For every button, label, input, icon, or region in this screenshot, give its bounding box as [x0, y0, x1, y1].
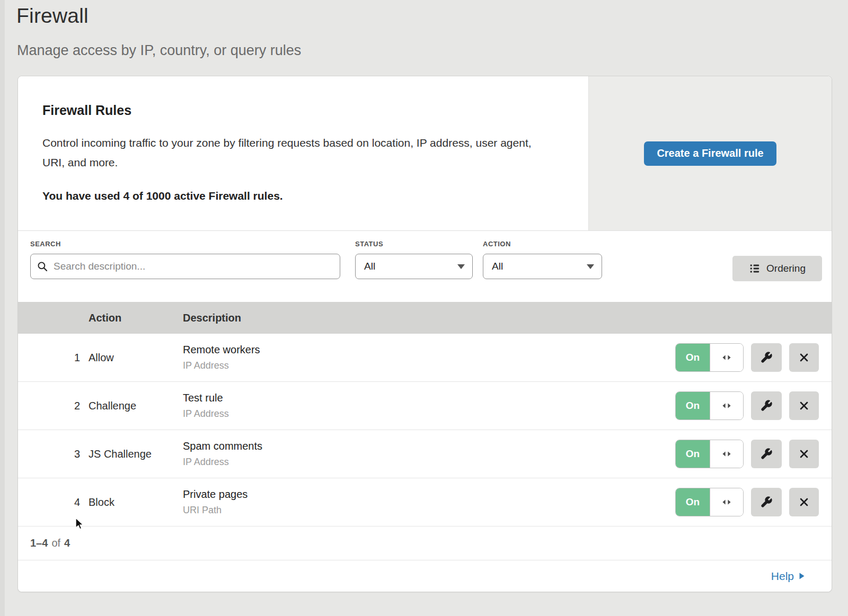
rule-match-type: URI Path — [183, 505, 675, 516]
delete-rule-button[interactable] — [789, 391, 819, 420]
action-column-header: Action — [89, 312, 183, 324]
edit-rule-button[interactable] — [751, 343, 782, 372]
create-firewall-rule-button[interactable]: Create a Firewall rule — [644, 141, 776, 166]
ordered-list-icon — [749, 263, 761, 274]
rule-priority: 3 — [18, 448, 89, 460]
close-icon — [798, 496, 810, 508]
left-right-arrows-icon — [721, 353, 732, 362]
wrench-icon — [760, 496, 773, 508]
arrow-right-icon — [799, 572, 805, 580]
search-box[interactable] — [30, 254, 340, 279]
rule-priority: 2 — [18, 400, 89, 412]
delete-rule-button[interactable] — [789, 488, 819, 516]
rule-description: Remote workers — [183, 344, 675, 356]
close-icon — [798, 400, 810, 412]
rule-description: Test rule — [183, 392, 675, 404]
toggle-on-button[interactable]: On — [676, 392, 710, 419]
edit-rule-button[interactable] — [751, 440, 782, 468]
rule-priority: 1 — [18, 352, 89, 364]
rule-controls: On — [675, 391, 832, 420]
action-select[interactable]: All — [483, 254, 602, 279]
rule-toggle: On — [675, 391, 744, 420]
status-label: STATUS — [355, 240, 383, 248]
pagination-of: of — [51, 537, 60, 549]
action-label: ACTION — [483, 240, 511, 248]
rules-description: Control incoming traffic to your zone by… — [42, 133, 549, 172]
reorder-handle[interactable] — [710, 344, 743, 371]
left-right-arrows-icon — [721, 497, 732, 507]
reorder-handle[interactable] — [710, 392, 743, 419]
edit-rule-button[interactable] — [751, 488, 782, 516]
delete-rule-button[interactable] — [789, 343, 819, 372]
table-header: Action Description — [18, 302, 832, 334]
toggle-on-button[interactable]: On — [676, 440, 710, 468]
rule-priority: 4 — [18, 496, 89, 508]
rule-toggle: On — [675, 440, 744, 468]
description-column-header: Description — [183, 312, 241, 324]
rule-controls: On — [675, 440, 832, 468]
table-row: 3 JS Challenge Spam comments IP Address … — [18, 430, 832, 478]
search-icon — [37, 261, 48, 272]
rule-action: JS Challenge — [89, 448, 183, 460]
help-link[interactable]: Help — [771, 570, 805, 583]
table-row: 2 Challenge Test rule IP Address On — [18, 382, 832, 430]
action-selected-value: All — [492, 261, 503, 272]
toggle-on-button[interactable]: On — [676, 344, 710, 371]
search-input[interactable] — [52, 260, 333, 273]
edit-rule-button[interactable] — [751, 391, 782, 420]
rule-match-type: IP Address — [183, 457, 675, 468]
chevron-down-icon — [587, 264, 594, 269]
ordering-button[interactable]: Ordering — [732, 256, 822, 281]
search-label: SEARCH — [30, 240, 61, 248]
toggle-on-button[interactable]: On — [676, 488, 710, 516]
table-row: 4 Block Private pages URI Path On — [18, 478, 832, 526]
wrench-icon — [760, 448, 773, 460]
rule-action: Block — [89, 496, 183, 508]
rule-toggle: On — [675, 488, 744, 516]
create-rule-panel: Create a Firewall rule — [588, 76, 832, 230]
rule-description: Private pages — [183, 488, 675, 501]
table-row: 1 Allow Remote workers IP Address On — [18, 334, 832, 382]
rules-intro: Firewall Rules Control incoming traffic … — [18, 76, 588, 230]
rule-toggle: On — [675, 343, 744, 372]
window-edge — [0, 0, 5, 616]
pagination: 1–4 of 4 — [18, 526, 832, 560]
rule-match-type: IP Address — [183, 408, 675, 419]
left-right-arrows-icon — [721, 449, 732, 459]
rule-action: Allow — [89, 352, 183, 364]
wrench-icon — [760, 399, 773, 412]
delete-rule-button[interactable] — [789, 440, 819, 468]
card-footer: Help — [18, 560, 832, 592]
firewall-rules-card: Firewall Rules Control incoming traffic … — [17, 76, 832, 592]
rules-heading: Firewall Rules — [42, 103, 556, 118]
page-header: Firewall Manage access by IP, country, o… — [16, 4, 301, 59]
left-right-arrows-icon — [721, 401, 732, 410]
card-top-section: Firewall Rules Control incoming traffic … — [18, 76, 832, 231]
pagination-range: 1–4 — [30, 537, 48, 549]
wrench-icon — [760, 351, 773, 364]
reorder-handle[interactable] — [710, 488, 743, 516]
rule-description: Spam comments — [183, 440, 675, 452]
chevron-down-icon — [457, 264, 465, 269]
close-icon — [798, 448, 810, 460]
rule-controls: On — [675, 343, 832, 372]
filters-bar: SEARCH STATUS All ACTION All Ordering — [18, 231, 832, 302]
rule-controls: On — [675, 488, 832, 516]
status-selected-value: All — [364, 261, 375, 272]
page-title: Firewall — [16, 4, 301, 28]
rule-action: Challenge — [89, 400, 183, 412]
ordering-button-label: Ordering — [766, 263, 806, 274]
status-select[interactable]: All — [355, 254, 473, 279]
page-subtitle: Manage access by IP, country, or query r… — [17, 42, 301, 59]
rule-match-type: IP Address — [183, 360, 675, 371]
close-icon — [798, 352, 810, 363]
pagination-total: 4 — [64, 537, 70, 549]
reorder-handle[interactable] — [710, 440, 743, 468]
rules-usage-count: You have used 4 of 1000 active Firewall … — [42, 190, 556, 202]
help-link-label: Help — [771, 570, 794, 583]
